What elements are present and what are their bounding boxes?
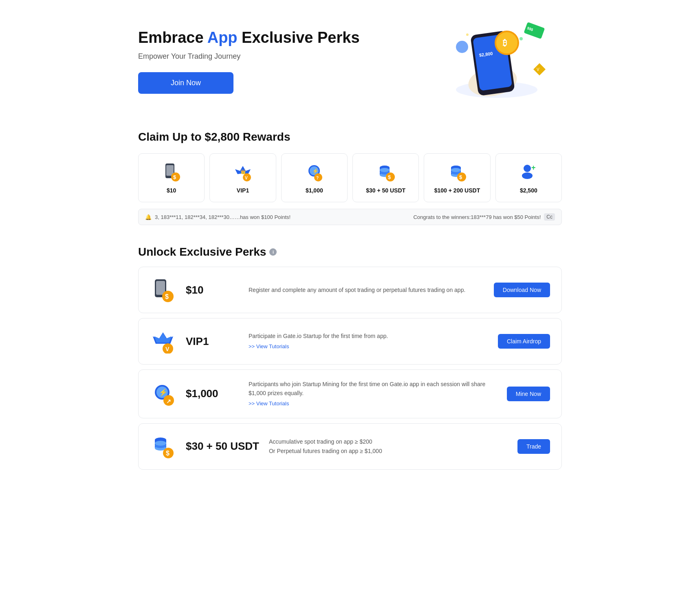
- svg-marker-10: [533, 63, 546, 75]
- svg-text:₿: ₿: [503, 38, 507, 47]
- notification-right-text: Congrats to the winners:183***79 has won…: [413, 214, 541, 220]
- hero-left: Embrace App Exclusive Perks Empower Your…: [138, 29, 431, 94]
- mine-now-button[interactable]: Mine Now: [507, 387, 550, 401]
- reward-card-100-200: $ $100 + 200 USDT: [424, 153, 490, 202]
- trade-button[interactable]: Trade: [517, 439, 550, 454]
- reward-card-1000: ⚡ ? $1,000: [281, 153, 348, 202]
- view-tutorials-link-1[interactable]: >> View Tutorials: [249, 343, 488, 351]
- perk-desc-1: Participate in Gate.io Startup for the f…: [249, 332, 488, 351]
- svg-text:V: V: [165, 346, 169, 352]
- reward-card-30-50: $ $30 + 50 USDT: [352, 153, 419, 202]
- reward-label-4: $100 + 200 USDT: [434, 187, 480, 194]
- info-icon[interactable]: i: [269, 248, 277, 256]
- notification-bar: 🔔 3, 183***11, 182***34, 182***30……has w…: [138, 209, 562, 225]
- notification-right: Congrats to the winners:183***79 has won…: [413, 213, 555, 221]
- reward-label-0: $10: [167, 187, 176, 194]
- reward-label-2: $1,000: [306, 187, 323, 194]
- notification-left-text: 3, 183***11, 182***34, 182***30……has won…: [155, 214, 291, 220]
- reward-label-1: VIP1: [237, 187, 249, 194]
- svg-point-12: [456, 41, 468, 53]
- perk-amount-1: VIP1: [186, 335, 239, 348]
- svg-point-42: [524, 165, 531, 172]
- notification-tag: Cc: [544, 213, 555, 221]
- join-now-button[interactable]: Join Now: [138, 72, 233, 94]
- perks-section: Unlock Exclusive Perks i $ $10 Register …: [138, 245, 562, 470]
- perk-icon-mining: ⚡ ↗: [150, 381, 176, 407]
- reward-icon-person-plus: +: [518, 162, 539, 182]
- reward-icon-mining: ⚡ ?: [304, 162, 324, 182]
- download-now-button[interactable]: Download Now: [494, 283, 550, 297]
- svg-point-14: [466, 33, 469, 36]
- perk-amount-3: $30 + 50 USDT: [186, 440, 259, 453]
- svg-text:↗: ↗: [166, 398, 171, 404]
- svg-text:$: $: [165, 293, 169, 300]
- svg-text:$: $: [173, 174, 176, 180]
- hero-subtitle: Empower Your Trading Journey: [138, 52, 431, 61]
- hero-image: $2,800 ₿ $$$ V: [431, 16, 562, 106]
- svg-point-6: [496, 32, 517, 53]
- svg-text:$: $: [166, 450, 169, 457]
- rewards-section: Claim Up to $2,800 Rewards $ $10 👑: [138, 130, 562, 225]
- hero-illustration: $2,800 ₿ $$$ V: [440, 16, 554, 106]
- reward-card-10: $ $10: [138, 153, 205, 202]
- perk-amount-0: $10: [186, 284, 239, 296]
- rewards-grid: $ $10 👑 V VIP1 ⚡: [138, 153, 562, 202]
- reward-icon-coins-dollar: $: [376, 162, 396, 182]
- hero-title: Embrace App Exclusive Perks: [138, 29, 431, 47]
- svg-point-43: [522, 172, 533, 179]
- svg-text:$: $: [459, 174, 462, 180]
- perk-desc-2: Participants who join Startup Mining for…: [249, 380, 497, 408]
- svg-text:+: +: [531, 164, 536, 172]
- svg-text:V: V: [245, 176, 248, 180]
- perks-title-row: Unlock Exclusive Perks i: [138, 245, 562, 259]
- svg-text:V: V: [537, 67, 539, 72]
- hero-title-part1: Embrace: [138, 29, 207, 46]
- perk-desc-text-3: Accumulative spot trading on app ≥ $200 …: [269, 438, 382, 454]
- svg-text:?: ?: [316, 176, 319, 180]
- svg-point-32: [380, 168, 390, 172]
- perk-row-1000: ⚡ ↗ $1,000 Participants who join Startup…: [138, 369, 562, 418]
- reward-icon-coins-dollar2: $: [447, 162, 467, 182]
- svg-text:⚡: ⚡: [159, 388, 168, 397]
- perk-row-30-50: $ $30 + 50 USDT Accumulative spot tradin…: [138, 423, 562, 470]
- hero-title-part2: Exclusive Perks: [238, 29, 360, 46]
- reward-card-vip1: 👑 V VIP1: [209, 153, 276, 202]
- perk-amount-2: $1,000: [186, 387, 239, 400]
- svg-text:$: $: [388, 174, 391, 180]
- claim-airdrop-button[interactable]: Claim Airdrop: [498, 334, 550, 349]
- svg-point-62: [155, 441, 166, 446]
- perk-desc-3: Accumulative spot trading on app ≥ $200 …: [269, 437, 508, 455]
- reward-label-5: $2,500: [520, 187, 537, 194]
- svg-point-13: [519, 37, 523, 40]
- svg-rect-8: [524, 22, 545, 39]
- perk-row-10: $ $10 Register and complete any amount o…: [138, 267, 562, 313]
- perk-icon-crown-v: V: [150, 328, 176, 354]
- perks-title: Unlock Exclusive Perks: [138, 245, 266, 259]
- perk-desc-0: Register and complete any amount of spot…: [249, 285, 484, 294]
- svg-point-39: [451, 168, 461, 172]
- perk-icon-phone-dollar: $: [150, 277, 176, 303]
- reward-icon-phone-dollar: $: [161, 162, 182, 182]
- notification-left: 🔔 3, 183***11, 182***34, 182***30……has w…: [145, 214, 291, 220]
- reward-label-3: $30 + 50 USDT: [366, 187, 405, 194]
- bell-icon: 🔔: [145, 214, 152, 220]
- rewards-title: Claim Up to $2,800 Rewards: [138, 130, 562, 144]
- hero-title-highlight: App: [207, 29, 238, 46]
- view-tutorials-link-2[interactable]: >> View Tutorials: [249, 400, 497, 408]
- svg-marker-50: [154, 333, 172, 343]
- hero-section: Embrace App Exclusive Perks Empower Your…: [138, 16, 562, 106]
- perk-row-vip1: V VIP1 Participate in Gate.io Startup fo…: [138, 318, 562, 365]
- reward-icon-crown-v: 👑 V: [233, 162, 253, 182]
- perk-icon-coins-dollar2: $: [150, 433, 176, 460]
- reward-card-2500: + $2,500: [495, 153, 562, 202]
